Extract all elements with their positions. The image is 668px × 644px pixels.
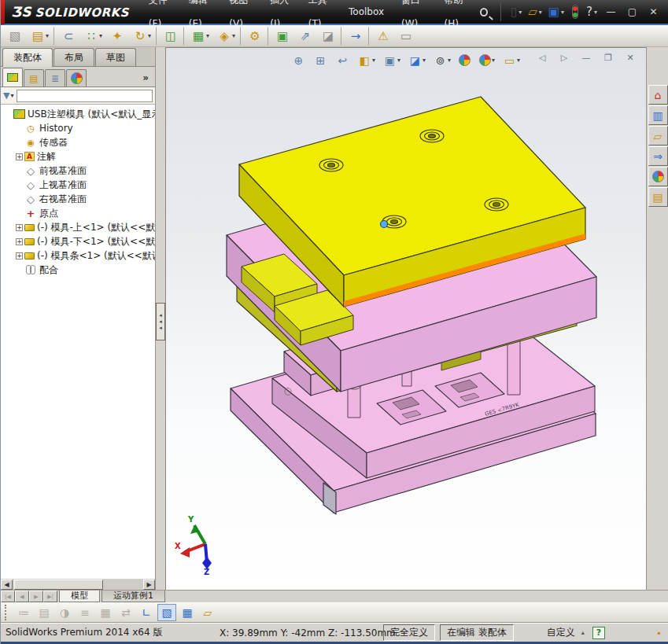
swap-arrows-icon[interactable]: ⇄ (116, 604, 135, 621)
measure-arrow-button[interactable]: → (345, 27, 369, 46)
assembly-features-button[interactable]: ▦ ▾ (188, 27, 212, 46)
configurationmanager-tab[interactable]: ≣ (45, 69, 65, 86)
insert-components-button[interactable]: ▧ (5, 27, 26, 46)
new-document-button[interactable]: ▯ ▾ (511, 6, 522, 18)
exploded-view-button[interactable]: ▣ (272, 27, 293, 46)
tree-item-history[interactable]: History (2, 121, 155, 135)
save-button[interactable]: ▣ ▾ (548, 6, 564, 18)
table-view-button[interactable]: ▦ (178, 604, 197, 621)
scroll-right-arrow[interactable]: ▶ (143, 580, 155, 590)
expander-icon[interactable]: + (16, 224, 23, 231)
zoom-to-area-button[interactable]: ⊞ (311, 51, 331, 69)
scroll-left-arrow[interactable]: ◀ (1, 580, 13, 590)
tree-root-assembly[interactable]: USB注塑模具 (默认<默认_显示状 (2, 107, 155, 121)
toolbar-drag-handle[interactable] (5, 605, 9, 620)
display-style-button[interactable]: ◪ ▾ (405, 51, 429, 69)
apply-scene-button[interactable]: ▾ (476, 52, 498, 68)
tab-scroll-next-button[interactable]: ▶ (29, 591, 43, 602)
taskpane-view-palette-tab[interactable]: ⇒ (648, 146, 668, 166)
results-icon[interactable]: ▤ (35, 604, 54, 621)
motion-study-tab[interactable]: 运动算例1 (101, 591, 165, 602)
tree-item-mold-bottom[interactable]: + (-) 模具-下<1> (默认<<默认 (2, 234, 155, 248)
smart-fasteners-button[interactable]: ✦ (107, 27, 128, 46)
close-button[interactable]: ✕ (643, 4, 664, 20)
taskpane-resources-tab[interactable]: ▥ (648, 105, 668, 125)
child-close-button[interactable]: ✕ (621, 52, 640, 65)
tab-scroll-last-button[interactable]: ▶| (43, 591, 57, 602)
custom-status-selector[interactable]: 自定义 ▴ (547, 626, 592, 639)
status-help-button[interactable]: ? (592, 627, 605, 639)
toolbox-gears-button[interactable]: ⚙ (245, 27, 268, 46)
reference-triad-button[interactable]: ∟ (137, 604, 156, 621)
dock-right-icon[interactable]: ▷ (555, 52, 574, 65)
expander-icon[interactable]: + (16, 153, 23, 160)
tree-item-right-plane[interactable]: 右视基准面 (2, 192, 155, 206)
minimize-button[interactable]: — (600, 4, 622, 20)
hide-show-items-button[interactable]: ⊚ ▾ (430, 51, 454, 69)
spring-icon[interactable]: ≡ (76, 604, 94, 621)
move-component-button[interactable]: ↻ ▾ (130, 27, 157, 46)
model-canvas[interactable]: GES <7R9YK (166, 48, 646, 590)
child-restore-button[interactable]: ❐ (599, 52, 618, 65)
linear-component-pattern-button[interactable]: ∷ ▾ (81, 27, 105, 46)
tree-item-mold-strip[interactable]: + (-) 模具条<1> (默认<<默认 (2, 248, 155, 263)
tree-item-annotations[interactable]: + 注解 (2, 149, 155, 164)
show-hidden-components-button[interactable]: ◫ (161, 27, 184, 46)
taskpane-appearances-tab[interactable] (648, 167, 668, 186)
view-orientation-button[interactable]: ▣ ▾ (380, 51, 404, 69)
dimxpertmanager-tab[interactable] (66, 69, 87, 86)
tag-icon[interactable]: ⬩ (655, 626, 664, 638)
taskpane-file-explorer-tab[interactable]: ▱ (648, 126, 668, 145)
dock-left-icon[interactable]: ◁ (533, 52, 552, 65)
explode-line-sketch-button[interactable]: ⇗ (295, 27, 316, 46)
view-settings-button[interactable]: ▭ ▾ (500, 51, 523, 69)
large-design-review-button[interactable]: ◪ (318, 27, 341, 46)
tree-item-mates[interactable]: 配合 (2, 263, 155, 277)
previous-view-button[interactable]: ↩ (333, 51, 353, 69)
expander-icon[interactable]: + (16, 252, 23, 259)
model-tab[interactable]: 模型 (59, 591, 100, 602)
mate-button[interactable]: ⊂ (58, 27, 79, 46)
tree-item-top-plane[interactable]: 上视基准面 (2, 178, 155, 192)
tree-item-front-plane[interactable]: 前视基准面 (2, 164, 155, 178)
scrollbar-thumb[interactable] (14, 580, 103, 590)
propertymanager-tab[interactable]: ▤ (24, 69, 44, 86)
ruler-button[interactable]: ▱ (198, 604, 217, 621)
motor-icon[interactable]: ◑ (55, 604, 74, 621)
panel-splitter[interactable]: ◂◂◂ (156, 47, 166, 590)
child-minimize-button[interactable]: — (577, 52, 596, 65)
filter-caret-icon[interactable]: ▾ (10, 92, 13, 99)
taskpane-custom-properties-tab[interactable]: ▤ (648, 187, 668, 207)
taskpane-home-tab[interactable]: ⌂ (648, 85, 668, 105)
expander-icon[interactable]: + (16, 238, 23, 245)
interference-detection-button[interactable]: ⚠ (373, 27, 394, 46)
graphics-viewport[interactable]: GES <7R9YK (166, 47, 646, 590)
edit-appearance-button[interactable] (456, 52, 474, 68)
shaded-view-button[interactable]: ▧ (157, 604, 176, 621)
tree-item-mold-top[interactable]: + (-) 模具-上<1> (默认<<默认 (2, 220, 155, 234)
scrollbar-track[interactable] (13, 580, 143, 590)
tree-item-sensors[interactable]: 传感器 (2, 135, 155, 149)
reference-geometry-button[interactable]: ◈ ▾ (214, 27, 241, 46)
maximize-button[interactable]: ▢ (622, 4, 643, 20)
tab-scroll-prev-button[interactable]: ◀ (15, 591, 29, 602)
tree-item-origin[interactable]: 原点 (2, 206, 155, 220)
search-icon[interactable] (480, 8, 488, 17)
preview-window-button[interactable]: ▭ (396, 27, 417, 46)
tab-scroll-first-button[interactable]: |◀ (1, 591, 15, 602)
tab-layout[interactable]: 布局 (54, 48, 94, 66)
tree-filter-input[interactable] (17, 90, 153, 102)
tab-sketch[interactable]: 草图 (95, 48, 136, 66)
edit-component-button[interactable]: ▤ ▾ (28, 27, 54, 46)
panel-horizontal-scrollbar[interactable]: ◀ ▶ (1, 578, 155, 590)
filter-funnel-icon[interactable]: ▼ (3, 90, 9, 101)
splitter-collapse-handle[interactable]: ◂◂◂ (156, 303, 165, 340)
panel-chevron[interactable]: » (142, 72, 153, 86)
help-button[interactable]: ? ▾ (586, 6, 597, 18)
tab-assembly[interactable]: 装配体 (2, 48, 53, 67)
traffic-light-icon[interactable] (572, 5, 578, 19)
menu-item[interactable]: Toolbox (340, 0, 393, 24)
assembly-motion-icon[interactable]: ≔ (14, 604, 33, 621)
featuremanager-tab[interactable] (2, 68, 23, 86)
zoom-to-fit-button[interactable]: ⊕ (289, 51, 309, 69)
